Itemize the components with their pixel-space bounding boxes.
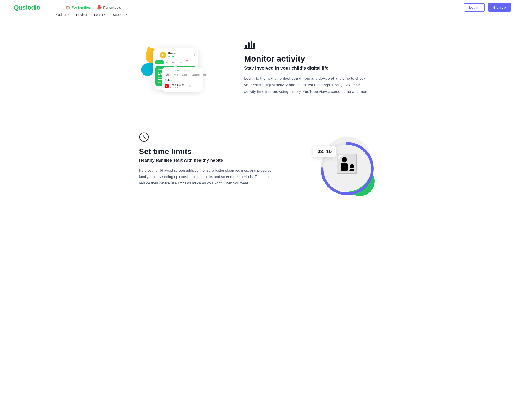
login-button[interactable]: Log in <box>464 3 485 12</box>
svg-rect-1 <box>248 42 250 48</box>
phone-mockup-secondary: All Web Apps Searches ⊞ Today ▶ Youtube … <box>162 67 203 92</box>
phone2-date: Today <box>165 79 200 82</box>
logo-text: Qustodio <box>14 4 40 11</box>
for-schools-label: For schools <box>103 6 121 9</box>
dot-7 <box>188 70 190 71</box>
monitor-activity-content: Monitor activity Stay involved in your c… <box>244 38 386 95</box>
tab-today[interactable]: Today <box>155 60 164 64</box>
dot-4 <box>182 70 183 71</box>
child-status: Active <box>168 55 177 57</box>
chevron-down-icon-3: ▾ <box>126 13 127 16</box>
learn-label: Learn <box>94 13 103 17</box>
dot-3 <box>179 70 181 71</box>
app-duration: 8m <box>189 85 192 87</box>
pricing-label: Pricing <box>76 13 87 17</box>
svg-rect-2 <box>251 40 253 48</box>
ellipsis-icon: ··· <box>198 84 200 88</box>
school-icon: 🎒 <box>97 5 102 9</box>
svg-rect-3 <box>253 43 255 48</box>
section-timelimits: Set time limits Healthy families start w… <box>139 114 386 210</box>
date-tab-bar: Today 7d 14d 30d 📅 <box>155 60 196 64</box>
tab-web[interactable]: Web <box>172 73 180 77</box>
dot-5 <box>184 70 185 71</box>
timer-visual-container: 👨‍👦 03: 10 <box>308 132 386 196</box>
home-icon: 🏠 <box>66 5 70 9</box>
header-actions: Log in Sign up <box>464 3 511 12</box>
activity-chart-icon <box>244 38 386 51</box>
product-label: Product <box>55 13 66 17</box>
for-families-label: For families <box>72 6 91 9</box>
calendar-icon: 📅 <box>186 60 188 64</box>
timelimits-subtitle: Healthy families start with healthy habi… <box>139 158 295 163</box>
deco-teal-shape <box>141 63 154 76</box>
svg-rect-0 <box>245 45 247 48</box>
youtube-icon: ▶ <box>165 84 169 88</box>
filter-icon: ⊞ <box>203 73 206 77</box>
timer-visual: 👨‍👦 03: 10 <box>315 132 379 196</box>
monitor-title: Monitor activity <box>244 54 386 64</box>
timer-value: 03: 10 <box>318 149 332 155</box>
nav-for-families[interactable]: 🏠 For families <box>66 5 91 9</box>
timelimits-title: Set time limits <box>139 147 295 156</box>
signup-button[interactable]: Sign up <box>488 3 511 12</box>
time-display-card: 03: 10 <box>313 146 336 157</box>
clock-icon <box>139 132 295 144</box>
dot-6 <box>186 70 188 71</box>
dot-1 <box>175 70 176 71</box>
nav-pricing[interactable]: Pricing <box>76 13 87 17</box>
support-label: Support <box>112 13 125 17</box>
section-monitor: ← E Emma Active ✎ Today 7d 14d 30d <box>139 29 386 113</box>
child-avatar: E <box>160 52 166 58</box>
phone2-app-item: ▶ Youtube app 10:47 pm 8m ··· <box>165 83 200 89</box>
logo[interactable]: Qustodio <box>14 4 40 11</box>
phone2-dots <box>165 70 200 71</box>
chevron-down-icon-2: ▾ <box>104 13 105 16</box>
nav-for-schools[interactable]: 🎒 For schools <box>97 5 121 9</box>
timelimits-content: Set time limits Healthy families start w… <box>139 132 295 187</box>
tab-7d[interactable]: 7d <box>165 60 169 64</box>
monitor-description: Log in to the real-time dashboard from a… <box>244 75 372 95</box>
phone-mockup-container: ← E Emma Active ✎ Today 7d 14d 30d <box>139 44 226 90</box>
main-nav: Product ▾ Pricing Learn ▾ Support ▾ <box>55 13 127 17</box>
chevron-down-icon: ▾ <box>67 13 69 16</box>
edit-icon: ✎ <box>193 54 196 57</box>
tab-apps[interactable]: Apps <box>181 73 189 77</box>
tab-all[interactable]: All <box>165 73 171 77</box>
child-name: Emma <box>168 52 177 55</box>
top-nav: 🏠 For families 🎒 For schools <box>66 5 121 9</box>
dot-2 <box>177 70 178 71</box>
nav-learn[interactable]: Learn ▾ <box>94 13 105 17</box>
tab-30d[interactable]: 30d <box>178 60 184 64</box>
phone2-tab-bar: All Web Apps Searches ⊞ <box>165 73 200 77</box>
back-icon: ← <box>155 54 158 57</box>
tab-14d[interactable]: 14d <box>170 60 177 64</box>
app-name: Youtube app <box>171 84 184 86</box>
nav-support[interactable]: Support ▾ <box>112 13 127 17</box>
tab-searches[interactable]: Searches <box>190 73 202 77</box>
monitor-subtitle: Stay involved in your child's digital li… <box>244 65 386 71</box>
app-time: 10:47 pm <box>170 86 184 88</box>
phone-header: ← E Emma Active ✎ <box>155 52 196 59</box>
nav-product[interactable]: Product ▾ <box>55 13 69 17</box>
timelimits-description: Help your child avoid screen addiction, … <box>139 167 272 187</box>
